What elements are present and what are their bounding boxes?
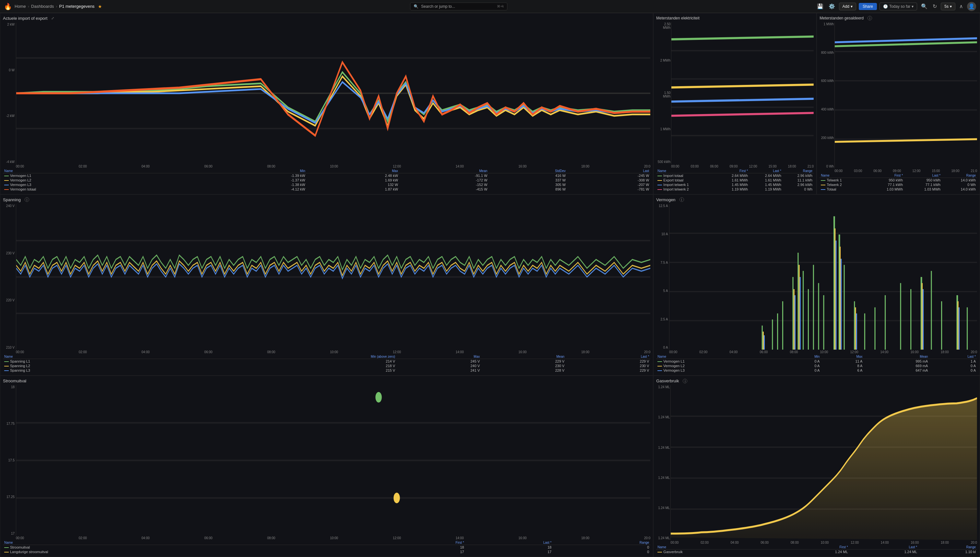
- stroomuitval-row: Stroomuitval18180: [3, 545, 650, 550]
- panel-vermogen-main: Vermogen i 12.5 A 10 A 7.5 A 5 A 2.5 A 0…: [653, 194, 980, 376]
- actueel-main-chart: [16, 23, 650, 164]
- actueel-main-xaxis: 00:0002:0004:0006:0008:0010:0012:0014:00…: [16, 164, 650, 168]
- svg-rect-113: [840, 247, 841, 350]
- right-row1: Meterstanden elektriciteit 2.50 MWh 2 MW…: [653, 13, 980, 194]
- stroomuitval-main-y: 18 17.75 17.5 17.25 17: [3, 385, 16, 540]
- svg-point-64: [393, 493, 400, 503]
- svg-rect-102: [900, 283, 901, 350]
- svg-rect-85: [772, 319, 773, 350]
- svg-line-77: [835, 38, 977, 42]
- refresh-button[interactable]: ↻: [931, 2, 938, 11]
- gasverbruik-info[interactable]: i: [683, 379, 687, 383]
- svg-rect-122: [856, 313, 857, 350]
- svg-rect-99: [864, 313, 865, 350]
- breadcrumb-current: P1 metergegevens: [59, 4, 95, 9]
- legend-l3: Vermogen L3-1.38 kW132 W-152 W305 W-207 …: [3, 182, 650, 187]
- search-bar: 🔍 Search or jump to... ⌘+k: [105, 3, 813, 10]
- svg-rect-121: [841, 259, 841, 350]
- actueel-main-legend: NameMinMaxMeanStdDevLast Vermogen L1-1.3…: [3, 169, 650, 192]
- svg-rect-87: [782, 301, 783, 350]
- spanning-main-xaxis: 00:0002:0004:0006:0008:0010:0012:0014:00…: [16, 350, 650, 354]
- collapse-button[interactable]: ∧: [958, 2, 964, 11]
- svg-rect-120: [836, 240, 837, 350]
- search-placeholder: Search or jump to...: [419, 4, 497, 9]
- svg-point-63: [375, 392, 382, 402]
- breadcrumb-home[interactable]: Home: [15, 4, 26, 9]
- save-button[interactable]: 💾: [815, 2, 825, 11]
- panel-actueel-main: Actuele import of export ⤢ 2 kW 0 W -2 k…: [0, 13, 653, 194]
- user-avatar[interactable]: 👤: [967, 2, 976, 11]
- langdurige-row: Langdurige stroomuitval17170: [3, 550, 650, 554]
- vermogen-main-y: 12.5 A 10 A 7.5 A 5 A 2.5 A 0 A: [656, 204, 669, 354]
- main-layout: Actuele import of export ⤢ 2 kW 0 W -2 k…: [0, 13, 980, 557]
- svg-rect-101: [885, 295, 885, 350]
- gas-main-chart: [670, 385, 977, 540]
- search-icon: 🔍: [414, 4, 419, 9]
- gas-main-y: 1.24 ML 1.24 ML 1.24 ML 1.24 ML 1.24 ML …: [656, 385, 670, 544]
- svg-rect-92: [813, 265, 814, 350]
- svg-rect-109: [763, 331, 764, 350]
- svg-line-71: [671, 99, 814, 102]
- svg-rect-124: [959, 307, 960, 350]
- gsal-legend: NameFirst *Last *Range Telwerk 1950 kWh9…: [820, 173, 977, 192]
- svg-rect-86: [777, 313, 778, 350]
- me-chart: [671, 22, 814, 164]
- spanning-l2-row: Spanning L2218 V240 V230 V230 V: [3, 363, 650, 368]
- gsal-xaxis: 00:0003:0006:0009:0012:0015:0018:0021:0: [835, 168, 977, 173]
- vermogen-main-xaxis: 00:0002:0004:0006:0008:0010:0012:0014:00…: [669, 350, 977, 354]
- svg-rect-118: [794, 295, 796, 350]
- search-shortcut: ⌘+k: [497, 5, 504, 8]
- spanning-main-y: 240 V 230 V 220 V 210 V: [3, 204, 16, 354]
- share-button-label: Share: [863, 4, 873, 9]
- stroomuitval-main-chart: [16, 385, 650, 536]
- favorite-star[interactable]: ★: [98, 4, 102, 9]
- zoom-out-button[interactable]: 🔍: [920, 2, 929, 11]
- top-nav: 🔥 Home › Dashboards › P1 metergegevens ★…: [0, 0, 980, 13]
- actueel-filter-icon[interactable]: ⤢: [51, 16, 54, 20]
- breadcrumb-sep2: ›: [56, 4, 57, 9]
- svg-rect-115: [922, 283, 923, 350]
- vermogen-info[interactable]: i: [680, 197, 684, 202]
- legend-tot: Vermogen totaal-4.12 kW1.87 kW-415 W896 …: [3, 187, 650, 192]
- gas-main-legend: NameFirst *Last *Range Gasverbruik1.24 M…: [656, 545, 977, 554]
- breadcrumb-dashboards[interactable]: Dashboards: [31, 4, 54, 9]
- svg-rect-117: [764, 335, 765, 350]
- spanning-info[interactable]: i: [24, 197, 29, 202]
- add-button[interactable]: Add ▾: [839, 3, 856, 10]
- stroomuitval-main-xaxis: 00:0002:0004:0006:0008:0010:0012:0014:00…: [16, 536, 650, 540]
- add-chevron-icon: ▾: [851, 4, 853, 9]
- svg-rect-90: [803, 271, 804, 350]
- svg-rect-89: [798, 253, 799, 350]
- vermogen-main-chart: [669, 204, 977, 350]
- search-input[interactable]: 🔍 Search or jump to... ⌘+k: [410, 3, 507, 10]
- refresh-interval-button[interactable]: 5s ▾: [941, 3, 956, 10]
- clock-icon: 🕐: [883, 4, 888, 9]
- left-column: Actuele import of export ⤢ 2 kW 0 W -2 k…: [0, 13, 653, 557]
- panel-gasverbruik-main: Gasverbruik i 1.24 ML 1.24 ML 1.24 ML 1.…: [653, 376, 980, 557]
- legend-l2: Vermogen L2-1.37 kW1.69 kW-172 W337 W-30…: [3, 178, 650, 182]
- settings-button[interactable]: ⚙️: [827, 2, 837, 11]
- panel-meterstanden-gsal: Meterstanden gesaldeerd i 1 MWh 800 kWh …: [817, 13, 980, 194]
- svg-rect-93: [818, 283, 819, 350]
- me-legend: NameFirst *Last *Range Import totaal2.64…: [656, 169, 814, 192]
- add-button-label: Add: [843, 4, 850, 9]
- share-button[interactable]: Share: [859, 3, 877, 10]
- svg-rect-105: [931, 271, 932, 350]
- svg-rect-112: [835, 228, 835, 350]
- nav-right: 💾 ⚙️ Add ▾ Share 🕐 Today so far ▾ 🔍 ↻ 5s…: [815, 2, 976, 11]
- svg-line-69: [671, 37, 814, 39]
- time-chevron-icon: ▾: [912, 4, 913, 9]
- svg-rect-123: [923, 289, 924, 350]
- time-range-button[interactable]: 🕐 Today so far ▾: [879, 3, 917, 10]
- svg-rect-110: [794, 289, 794, 350]
- app-logo: 🔥: [4, 3, 12, 10]
- svg-rect-100: [875, 307, 876, 350]
- legend-l1: Vermogen L1-1.39 kW2.48 kW-91.1 W416 W-2…: [3, 173, 650, 178]
- svg-rect-103: [910, 289, 911, 350]
- svg-rect-108: [967, 307, 968, 350]
- svg-rect-94: [823, 295, 824, 350]
- svg-rect-88: [792, 277, 794, 350]
- gsal-info-icon[interactable]: i: [867, 16, 872, 20]
- refresh-interval-label: 5s: [944, 4, 949, 9]
- svg-rect-97: [844, 265, 845, 350]
